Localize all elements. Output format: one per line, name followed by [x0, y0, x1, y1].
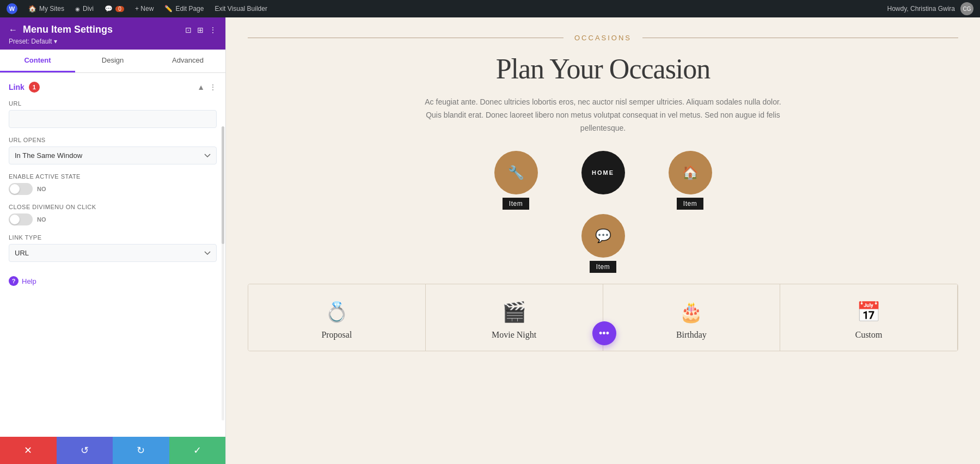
left-panel: ← Menu Item Settings ⊡ ⊞ ⋮ Preset: Defau…: [0, 17, 226, 464]
toggle-knob: [10, 184, 20, 194]
hero-heading: Plan Your Occasion: [248, 53, 958, 85]
url-opens-label: URL Opens: [9, 137, 217, 143]
link-type-label: Link Type: [9, 234, 217, 241]
custom-label: Custom: [855, 330, 883, 340]
panel-tabs: Content Design Advanced: [0, 50, 225, 73]
enable-active-state-toggle[interactable]: [9, 183, 33, 195]
help-icon: ?: [9, 276, 19, 286]
icon-label-chat: Item: [590, 261, 616, 273]
section-badge: 1: [29, 82, 40, 93]
icon-item-wrench: 🔧 Item: [494, 151, 538, 210]
category-item-proposal[interactable]: 💍 Proposal: [248, 284, 426, 351]
icon-label-house: Item: [677, 198, 703, 210]
new-menu[interactable]: + New: [135, 5, 154, 13]
icon-label-wrench: Item: [503, 198, 529, 210]
redo-button[interactable]: ↻: [113, 437, 169, 464]
icons-row-2: 💬 Item: [248, 214, 958, 273]
close-divimenu-value: NO: [37, 216, 46, 223]
close-divimenu-toggle[interactable]: [9, 213, 33, 225]
proposal-label: Proposal: [321, 330, 352, 340]
right-content: OCCASIONS Plan Your Occasion Ac feugiat …: [226, 17, 980, 464]
scroll-track: [222, 126, 224, 420]
birthday-label: Birthday: [676, 330, 707, 340]
cancel-icon: ✕: [24, 444, 32, 456]
url-opens-group: URL Opens In The Same Window In A New Wi…: [9, 137, 217, 164]
url-field-group: URL: [9, 100, 217, 128]
howdy-user: Howdy, Christina Gwira: [887, 5, 955, 13]
occasions-line-left: [248, 38, 564, 38]
enable-active-state-value: NO: [37, 186, 46, 192]
panel-title: Menu Item Settings: [23, 24, 180, 35]
preset-row[interactable]: Preset: Default ▾: [9, 38, 217, 45]
my-sites-menu[interactable]: 🏠 My Sites: [28, 5, 64, 13]
edit-page-button[interactable]: ✏️ Edit Page: [164, 5, 204, 13]
icon-circle-house[interactable]: 🏠: [669, 151, 712, 194]
proposal-icon: 💍: [324, 301, 349, 323]
movie-icon: 🎬: [502, 301, 526, 323]
scroll-thumb[interactable]: [222, 126, 224, 244]
category-item-custom[interactable]: 📅 Custom: [780, 284, 958, 351]
admin-bar-right: Howdy, Christina Gwira CG: [887, 2, 973, 15]
divi-icon: ◉: [75, 6, 80, 12]
panel-bottom-toolbar: ✕ ↺ ↻ ✓: [0, 437, 225, 464]
enable-active-state-toggle-row: NO: [9, 183, 217, 195]
icon-circle-home-text[interactable]: HOME: [581, 151, 625, 194]
link-section-header: Link 1 ▲ ⋮: [9, 82, 217, 93]
close-divimenu-group: Close DiviMenu On Click NO: [9, 204, 217, 225]
occasions-title: OCCASIONS: [574, 34, 632, 42]
back-icon[interactable]: ←: [9, 25, 17, 35]
resize-icon[interactable]: ⊡: [185, 26, 192, 34]
cancel-button[interactable]: ✕: [0, 437, 57, 464]
wp-admin-bar: W 🏠 My Sites ◉ Divi 💬 0 + New ✏️ Edit Pa…: [0, 0, 980, 17]
url-opens-select[interactable]: In The Same Window In A New Window: [9, 146, 217, 164]
collapse-icon[interactable]: ▲: [197, 83, 205, 91]
close-divimenu-label: Close DiviMenu On Click: [9, 204, 217, 210]
link-type-select[interactable]: URL Phone Email: [9, 244, 217, 262]
help-label: Help: [22, 277, 36, 285]
main-content: ← Menu Item Settings ⊡ ⊞ ⋮ Preset: Defau…: [0, 17, 980, 464]
link-type-group: Link Type URL Phone Email: [9, 234, 217, 262]
tab-design[interactable]: Design: [75, 50, 150, 72]
divi-menu[interactable]: ◉ Divi: [75, 5, 94, 13]
icon-circle-chat[interactable]: 💬: [581, 214, 625, 258]
toggle-knob-2: [10, 215, 20, 224]
icon-item-home-text: HOME: [581, 151, 625, 194]
columns-icon[interactable]: ⊞: [197, 26, 204, 34]
section-title: Link 1: [9, 82, 40, 93]
exit-builder-button[interactable]: Exit Visual Builder: [215, 5, 267, 13]
purple-dot-menu[interactable]: •••: [592, 321, 616, 345]
icon-circle-wrench[interactable]: 🔧: [494, 151, 538, 194]
more-icon[interactable]: ⋮: [209, 26, 217, 34]
icons-row-1: 🔧 Item HOME 🏠 Item: [248, 151, 958, 210]
save-button[interactable]: ✓: [169, 437, 226, 464]
save-icon: ✓: [193, 444, 201, 456]
enable-active-state-label: Enable Active State: [9, 173, 217, 180]
url-input[interactable]: [9, 110, 217, 128]
comment-menu[interactable]: 💬 0: [105, 5, 124, 13]
occasions-header: OCCASIONS: [248, 34, 958, 42]
category-grid: 💍 Proposal 🎬 Movie Night 🎂 Birthday 📅 Cu…: [248, 284, 958, 351]
enable-active-state-group: Enable Active State NO: [9, 173, 217, 195]
category-item-movie[interactable]: 🎬 Movie Night: [426, 284, 603, 351]
home-icon: 🏠: [28, 5, 36, 13]
preset-label: Preset: Default: [9, 38, 52, 45]
panel-body: Link 1 ▲ ⋮ URL URL Opens In The Same Win…: [0, 73, 225, 437]
wp-logo-icon[interactable]: W: [7, 3, 17, 14]
tab-content[interactable]: Content: [0, 50, 75, 72]
user-avatar[interactable]: CG: [960, 2, 973, 15]
undo-button[interactable]: ↺: [57, 437, 113, 464]
panel-header: ← Menu Item Settings ⊡ ⊞ ⋮ Preset: Defau…: [0, 17, 225, 50]
section-more-icon[interactable]: ⋮: [209, 83, 217, 91]
birthday-icon: 🎂: [679, 301, 703, 323]
help-row[interactable]: ? Help: [9, 271, 217, 291]
movie-label: Movie Night: [492, 330, 536, 340]
page-content: OCCASIONS Plan Your Occasion Ac feugiat …: [226, 17, 980, 464]
section-actions: ▲ ⋮: [197, 83, 217, 91]
icon-item-house: 🏠 Item: [669, 151, 712, 210]
redo-icon: ↻: [137, 444, 145, 456]
tab-advanced[interactable]: Advanced: [150, 50, 225, 72]
category-item-birthday[interactable]: 🎂 Birthday: [603, 284, 781, 351]
custom-icon: 📅: [856, 301, 881, 323]
panel-header-icons: ⊡ ⊞ ⋮: [185, 26, 217, 34]
pencil-icon: ✏️: [164, 5, 173, 13]
